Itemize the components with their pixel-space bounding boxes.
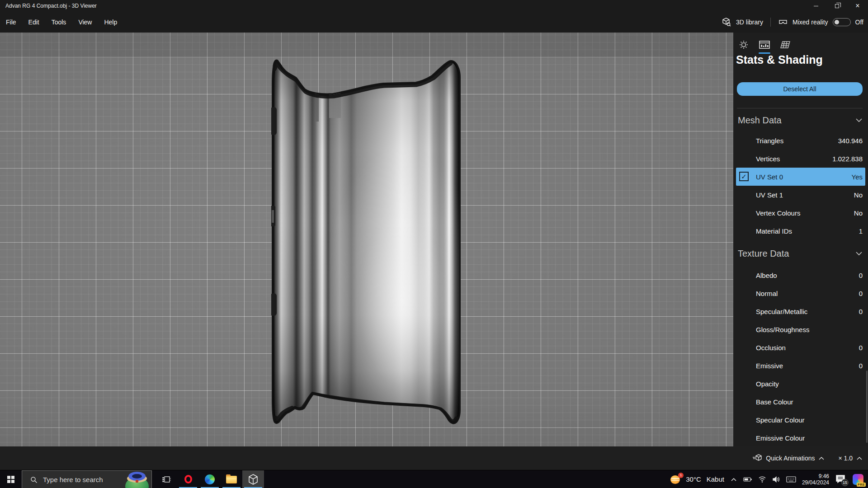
stats-chart-icon <box>759 39 770 50</box>
quick-animations-button[interactable]: Quick Animations <box>766 455 815 462</box>
taskbar: 1 30°C Kabut <box>0 470 868 488</box>
mixed-reality-icon <box>778 17 788 27</box>
weather-icon: 1 <box>670 474 682 485</box>
search-input[interactable] <box>42 475 119 484</box>
taskbar-app-edge[interactable] <box>199 470 221 488</box>
battery-icon[interactable] <box>743 475 752 483</box>
menu-view[interactable]: View <box>78 16 92 28</box>
quick-animations-bar: Quick Animations × 1.0 <box>750 446 864 470</box>
search-icon <box>30 476 38 483</box>
row-vertex-colours[interactable]: Vertex Colours No <box>736 204 865 222</box>
mesh-data-rows: Triangles 340.946 Vertices 1.022.838 ✓ U… <box>733 131 868 240</box>
row-uv-set-0-selected[interactable]: ✓ UV Set 0 Yes <box>736 168 865 186</box>
task-view-button[interactable] <box>156 470 177 488</box>
restore-icon <box>835 4 839 8</box>
stat-label: Normal <box>736 290 778 297</box>
stat-label: Triangles <box>736 137 783 145</box>
row-emissive-colour[interactable]: Emissive Colour <box>736 429 865 446</box>
row-albedo[interactable]: Albedo 0 <box>736 266 865 284</box>
stat-value: No <box>854 209 863 217</box>
tab-wireframe-grid[interactable] <box>778 37 792 52</box>
time: 9:46 <box>802 473 829 479</box>
opera-icon <box>184 475 192 483</box>
row-gloss-roughness[interactable]: Gloss/Roughness <box>736 320 865 338</box>
chevron-down-icon <box>855 118 863 122</box>
row-specular-colour[interactable]: Specular Colour <box>736 411 865 429</box>
tab-stats-shading[interactable] <box>758 37 771 52</box>
panel-scrollbar[interactable] <box>866 371 868 443</box>
taskbar-app-3d-viewer-active[interactable] <box>242 470 264 488</box>
search-highlight-image[interactable] <box>123 471 151 488</box>
menu-tools[interactable]: Tools <box>52 16 66 28</box>
stat-value: 340.946 <box>838 137 863 145</box>
toggle-knob <box>835 20 839 24</box>
menu-file[interactable]: File <box>6 16 16 28</box>
mixed-reality-toggle[interactable] <box>833 18 851 26</box>
row-material-ids[interactable]: Material IDs 1 <box>736 222 865 240</box>
row-normal[interactable]: Normal 0 <box>736 284 865 302</box>
row-vertices[interactable]: Vertices 1.022.838 <box>736 150 865 168</box>
volume-icon[interactable] <box>772 476 780 483</box>
date: 29/04/2024 <box>802 479 829 486</box>
menu-help[interactable]: Help <box>104 16 117 28</box>
tray-chevron-up-icon[interactable] <box>730 477 737 482</box>
stat-label: Gloss/Roughness <box>736 326 809 333</box>
restore-button[interactable] <box>826 0 847 12</box>
menubar-separator <box>770 18 771 27</box>
quick-animations-icon <box>752 454 762 463</box>
stat-label: UV Set 1 <box>736 191 783 199</box>
clock[interactable]: 9:46 29/04/2024 <box>802 473 829 486</box>
titlebar: Advan RG 4 Compact.obj - 3D Viewer × <box>0 0 868 12</box>
start-button[interactable] <box>0 470 22 488</box>
menu-edit[interactable]: Edit <box>28 16 39 28</box>
3d-library-button[interactable]: 3D library <box>736 19 763 26</box>
copilot-preview-badge: PRE <box>857 483 866 487</box>
touch-keyboard-icon[interactable] <box>786 476 796 483</box>
notification-center-button[interactable]: 15 <box>835 474 847 485</box>
stat-label: Emissive <box>736 362 783 370</box>
stat-label: Specular/Metallic <box>736 308 807 315</box>
mixed-reality-state: Off <box>855 19 863 26</box>
chevron-up-icon[interactable] <box>856 456 863 460</box>
taskbar-app-file-explorer[interactable] <box>221 470 242 488</box>
wifi-icon[interactable] <box>758 475 766 483</box>
row-emissive[interactable]: Emissive 0 <box>736 357 865 375</box>
stat-value: 0 <box>859 344 863 352</box>
stat-value: 0 <box>859 308 863 315</box>
mixed-reality-label: Mixed reality <box>793 19 828 26</box>
row-occlusion[interactable]: Occlusion 0 <box>736 338 865 357</box>
taskbar-search[interactable] <box>22 470 152 488</box>
tab-lighting[interactable] <box>737 37 750 52</box>
3d-library-icon <box>722 17 731 27</box>
taskbar-app-opera[interactable] <box>177 470 199 488</box>
copilot-button[interactable]: PRE <box>853 474 863 485</box>
panel-title: Stats & Shading <box>736 53 823 66</box>
row-opacity[interactable]: Opacity <box>736 375 865 393</box>
stat-value: Yes <box>852 173 863 181</box>
stat-label: Specular Colour <box>736 416 805 424</box>
close-button[interactable]: × <box>847 0 868 12</box>
minimize-icon <box>814 6 818 6</box>
screen: Advan RG 4 Compact.obj - 3D Viewer × Fil… <box>0 0 868 488</box>
row-uv-set-1[interactable]: UV Set 1 No <box>736 186 865 204</box>
weather-condition: Kabut <box>707 475 724 483</box>
deselect-all-button[interactable]: Deselect All <box>737 82 863 96</box>
mesh-data-header[interactable]: Mesh Data <box>738 112 863 128</box>
weather-widget[interactable]: 1 30°C Kabut <box>670 474 724 485</box>
stat-value: No <box>854 191 863 199</box>
stat-value: 0 <box>859 362 863 370</box>
row-triangles[interactable]: Triangles 340.946 <box>736 131 865 150</box>
chevron-up-icon[interactable] <box>818 456 825 460</box>
texture-data-header[interactable]: Texture Data <box>738 245 863 262</box>
row-specular-metallic[interactable]: Specular/Metallic 0 <box>736 302 865 320</box>
texture-data-title: Texture Data <box>738 249 789 259</box>
file-explorer-icon <box>226 476 237 483</box>
stat-label: Vertices <box>736 155 780 163</box>
menubar: File Edit Tools View Help 3D library Mix… <box>0 12 868 33</box>
checkbox-checked[interactable]: ✓ <box>739 172 749 181</box>
animation-speed-value[interactable]: × 1.0 <box>838 455 853 462</box>
minimize-button[interactable] <box>806 0 826 12</box>
row-base-colour[interactable]: Base Colour <box>736 393 865 411</box>
window-controls: × <box>806 0 868 12</box>
stats-shading-panel: Stats & Shading Deselect All Mesh Data T… <box>733 33 868 446</box>
